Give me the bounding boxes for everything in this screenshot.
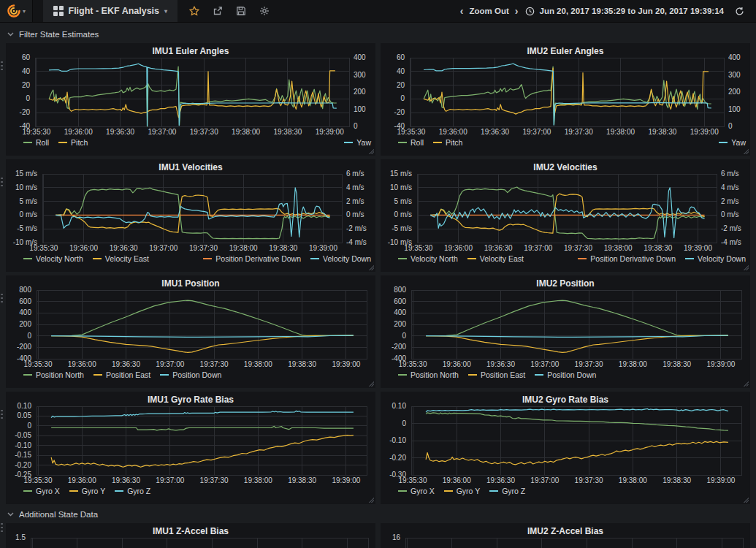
y-axis-label: 10 m/s (381, 183, 412, 191)
x-axis-label: 19:36:30 (104, 476, 149, 484)
legend-item-position-east[interactable]: Position East (468, 370, 525, 379)
refresh-icon (735, 7, 744, 16)
panel-resize-handle[interactable] (368, 497, 374, 503)
time-forward-chevron[interactable]: › (515, 6, 519, 16)
legend-item-gyro-y[interactable]: Gyro Y (69, 487, 105, 495)
time-back-chevron[interactable]: ‹ (460, 6, 464, 16)
row-drag-handle[interactable] (1, 61, 3, 71)
series-velocity-down (56, 188, 329, 237)
panel-grid: IMU1 Euler Angles6040200-20-404003002001… (6, 43, 750, 504)
grafana-logo[interactable]: ▾ (0, 0, 33, 22)
panel-title[interactable]: IMU1 Euler Angles (6, 43, 375, 57)
row-drag-handle[interactable] (1, 523, 3, 533)
legend-item-position-east[interactable]: Position East (93, 370, 150, 379)
y-axis-label: 20 (6, 81, 30, 89)
legend-item-velocity-north[interactable]: Velocity North (23, 254, 83, 263)
panel-imu1-velocities: IMU1 Velocities15 m/s10 m/s5 m/s0 m/s-5 … (6, 159, 375, 272)
x-axis-label: 19:38:30 (265, 128, 310, 136)
x-axis-label: 19:37:00 (522, 476, 568, 484)
legend-item-velocity-north[interactable]: Velocity North (398, 254, 458, 263)
row-drag-handle[interactable] (1, 410, 3, 419)
panel-resize-handle[interactable] (743, 497, 749, 503)
panel-title[interactable]: IMU2 Z-Accel Bias (381, 523, 750, 537)
legend-label: Position East (106, 370, 150, 379)
settings-button[interactable] (256, 3, 272, 19)
y-axis-label: 0 m/s (6, 210, 37, 218)
legend-item-gyro-y[interactable]: Gyro Y (444, 487, 480, 495)
x-axis-label: 19:39:00 (307, 128, 352, 136)
dashboard-picker[interactable]: Flight - EKF Analysis ▾ (43, 0, 177, 22)
legend-item-position-derivative-down[interactable]: Position Derivative Down (203, 254, 301, 263)
legend-item-gyro-z[interactable]: Gyro Z (115, 487, 150, 495)
panel-title[interactable]: IMU1 Z-Accel Bias (6, 523, 375, 537)
time-picker[interactable]: Jun 20, 2017 19:35:29 to Jun 20, 2017 19… (525, 7, 724, 16)
row-header-additional-state-data[interactable]: Additional State Data (7, 509, 750, 520)
y2-axis-label: -4 m/s (721, 238, 741, 246)
legend-item-roll[interactable]: Roll (23, 138, 49, 147)
dashboard-body: Filter State Estimates IMU1 Euler Angles… (0, 23, 756, 548)
x-axis-label: 19:36:00 (434, 360, 479, 368)
refresh-button[interactable] (731, 3, 747, 19)
legend-item-pitch[interactable]: Pitch (58, 138, 88, 147)
x-axis-label: 19:35:30 (15, 360, 61, 368)
row-title: Filter State Estimates (19, 30, 99, 39)
panel-title[interactable]: IMU1 Velocities (6, 159, 375, 173)
series-gyro-y (51, 435, 354, 468)
x-axis-label: 19:36:30 (478, 360, 524, 368)
x-axis-label: 19:36:30 (101, 244, 146, 252)
y-axis-label: 10 m/s (6, 183, 37, 191)
legend-item-roll[interactable]: Roll (398, 138, 424, 147)
legend-label: Pitch (71, 138, 88, 147)
x-axis-label: 19:36:30 (104, 360, 149, 368)
panel-resize-handle[interactable] (368, 381, 374, 387)
panel-title[interactable]: IMU2 Gyro Rate Bias (381, 392, 750, 406)
legend: Position NorthPosition EastPosition Down (398, 370, 746, 379)
star-button[interactable] (186, 3, 202, 19)
legend-item-velocity-down[interactable]: Velocity Down (685, 254, 746, 263)
panel-resize-handle[interactable] (743, 265, 749, 270)
panel-resize-handle[interactable] (743, 381, 749, 387)
panel-title[interactable]: IMU2 Euler Angles (381, 43, 750, 57)
x-axis-label: 19:36:00 (435, 244, 481, 252)
legend-item-position-derivative-down[interactable]: Position Derivative Down (578, 254, 676, 263)
row-header-filter-state-estimates[interactable]: Filter State Estimates (7, 28, 750, 40)
panel-imu1-euler-angles: IMU1 Euler Angles6040200-20-404003002001… (6, 43, 375, 156)
panel-imu2-velocities: IMU2 Velocities15 m/s10 m/s5 m/s0 m/s-5 … (381, 159, 750, 272)
legend-item-yaw[interactable]: Yaw (344, 138, 371, 147)
dashboard-title: Flight - EKF Analysis (69, 6, 160, 16)
panel-title[interactable]: IMU2 Position (381, 275, 750, 289)
legend-item-gyro-z[interactable]: Gyro Z (489, 487, 525, 495)
panel-title[interactable]: IMU1 Gyro Rate Bias (6, 392, 375, 406)
panel-title[interactable]: IMU1 Position (6, 275, 375, 289)
legend-left-group: RollPitch (398, 138, 462, 147)
legend-item-pitch[interactable]: Pitch (433, 138, 462, 147)
logo-caret-icon: ▾ (23, 8, 26, 15)
legend-item-yaw[interactable]: Yaw (719, 138, 746, 147)
legend-item-position-down[interactable]: Position Down (160, 370, 221, 379)
y2-axis-label: 200 (354, 88, 366, 96)
panel-imu2-z-accel-bias: IMU2 Z-Accel Bias161412108619:35:3019:36… (381, 523, 750, 548)
y2-axis-label: 300 (354, 71, 366, 79)
panel-resize-handle[interactable] (743, 148, 749, 154)
legend: Velocity NorthVelocity EastPosition Deri… (23, 254, 371, 263)
legend-item-position-down[interactable]: Position Down (535, 370, 596, 379)
legend-item-gyro-x[interactable]: Gyro X (398, 487, 435, 495)
share-button[interactable] (210, 3, 226, 19)
y2-axis-label: 200 (728, 88, 741, 96)
legend-item-position-north[interactable]: Position North (23, 370, 84, 379)
zoom-out-button[interactable]: Zoom Out (470, 7, 509, 15)
panel-title[interactable]: IMU2 Velocities (381, 159, 750, 173)
legend-item-gyro-x[interactable]: Gyro X (23, 487, 60, 495)
legend-item-velocity-down[interactable]: Velocity Down (310, 254, 371, 263)
dashboards-grid-icon (53, 6, 64, 16)
legend-item-velocity-east[interactable]: Velocity East (93, 254, 149, 263)
legend-label: Velocity East (105, 254, 149, 263)
legend-item-position-north[interactable]: Position North (398, 370, 459, 379)
row-drag-handle[interactable] (1, 178, 3, 187)
row-drag-handle[interactable] (1, 294, 3, 303)
panel-resize-handle[interactable] (368, 265, 374, 270)
series-gyro-z (426, 409, 728, 413)
panel-resize-handle[interactable] (368, 148, 374, 154)
save-button[interactable] (233, 3, 249, 19)
legend-item-velocity-east[interactable]: Velocity East (467, 254, 524, 263)
